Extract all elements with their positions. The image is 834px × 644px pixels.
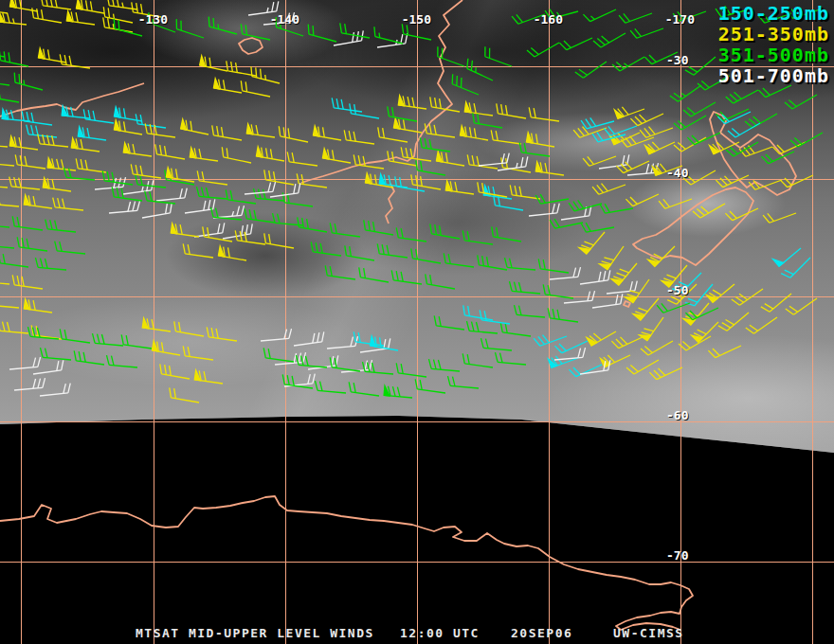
wind-barb-y (225, 61, 258, 76)
wind-barb-y (154, 144, 187, 159)
wind-barb-y (0, 175, 9, 188)
wind-barb-w (528, 204, 560, 216)
wind-barb-y (190, 148, 219, 161)
wind-barb-y (130, 164, 163, 178)
wind-barb-g (685, 49, 716, 77)
wind-barb-y (239, 80, 272, 97)
wind-barb-g (619, 5, 652, 25)
wind-barb-g (482, 46, 516, 66)
wind-barb-g (559, 29, 592, 51)
wind-barb-c (114, 107, 143, 121)
wind-barb-g (225, 189, 258, 204)
wind-barb-y (648, 240, 675, 266)
wind-barb-w (108, 201, 140, 213)
wind-barb-c (21, 111, 54, 125)
wind-barb-g (338, 23, 372, 38)
wind-barb-y (466, 154, 499, 169)
wind-barbs (0, 0, 823, 402)
wind-barb-y (11, 275, 45, 289)
wind-barb-y (194, 370, 224, 384)
wind-barb-g (263, 348, 296, 362)
wind-barb-g (449, 74, 482, 95)
wind-barb-g (447, 376, 480, 388)
wind-barb-g (0, 236, 15, 248)
wind-barb-y (220, 147, 253, 163)
wind-barb-y (611, 328, 644, 349)
wind-barb-y (313, 126, 342, 140)
wind-barb-y (256, 147, 285, 161)
wind-barb-g (462, 353, 495, 367)
wind-barb-y (708, 337, 741, 359)
wind-barb-y (182, 243, 215, 258)
grid-lines (0, 0, 834, 644)
wind-barb-y (9, 136, 39, 150)
wind-barb-g (495, 352, 527, 365)
wind-barb-c (26, 125, 58, 137)
wind-barb-w (332, 30, 365, 45)
wind-barb-c (534, 328, 567, 348)
wind-barb-y (495, 103, 528, 118)
caption-date: 20SEP06 (511, 626, 572, 640)
wind-barb-y (152, 341, 181, 355)
wind-barb-g (329, 357, 362, 371)
wind-barb-g (550, 213, 583, 229)
wind-barb-g (476, 255, 509, 270)
wind-barb-g (0, 87, 21, 102)
wind-barb-y (400, 147, 433, 161)
wind-barb-g (92, 333, 124, 346)
wind-barb-y (587, 323, 616, 346)
wind-barb-g (569, 194, 602, 211)
wind-barb-y (246, 124, 276, 137)
wind-barb-y (343, 130, 376, 144)
wind-barb-y (52, 198, 84, 210)
wind-barb-y (196, 170, 229, 185)
wind-barb-g (547, 308, 580, 322)
longitude-label: -130 (138, 13, 168, 26)
wind-barb-y (746, 310, 777, 335)
wind-barb-g (384, 385, 413, 398)
wind-barb-y (707, 277, 734, 302)
wind-barb-g (207, 17, 240, 34)
wind-barb-w (326, 336, 358, 349)
wind-barb-g (583, 1, 616, 23)
wind-barb-g (244, 208, 277, 223)
wind-barb-y (158, 364, 191, 379)
wind-barb-c (773, 241, 801, 266)
wind-barb-g (54, 242, 86, 254)
wind-barb-y (168, 387, 201, 402)
wind-barb-c (554, 332, 588, 354)
wind-barb-c (492, 195, 525, 210)
wind-barb-w (13, 378, 45, 390)
wind-barb-y (181, 119, 210, 134)
wind-barb-y (393, 118, 423, 133)
coastline-nz-south-island (633, 188, 753, 265)
wind-barb-g (343, 245, 376, 260)
coastline-small-island (239, 38, 263, 54)
wind-barb-g (239, 24, 272, 40)
wind-barb-y (0, 295, 20, 308)
wind-barb-y (206, 327, 239, 341)
wind-barb-g (480, 338, 513, 350)
wind-barb-y (630, 105, 663, 127)
wind-barb-g (11, 216, 45, 230)
wind-barb-y (659, 190, 692, 210)
wind-barb-y (763, 205, 796, 224)
caption-time: 12:00 UTC (400, 626, 480, 640)
legend-item-351-500: 351-500mb (718, 45, 829, 65)
wind-barb-y (322, 149, 352, 163)
wind-barb-w (140, 203, 173, 218)
wind-barb-y (679, 328, 711, 351)
wind-barb-g (462, 230, 495, 244)
pressure-level-legend: 150-250mb 251-350mb 351-500mb 501-700mb (718, 3, 829, 86)
wind-barb-y (106, 0, 139, 9)
wind-barb-g (348, 382, 381, 396)
coastline-stewart-island (624, 301, 630, 307)
wind-barb-g (315, 381, 347, 393)
wind-barb-y (490, 130, 523, 144)
wind-barb-y (142, 318, 172, 331)
legend-item-251-350: 251-350mb (718, 24, 829, 45)
wind-barb-g (433, 315, 466, 330)
wind-barb-g (581, 218, 614, 233)
wind-barb-c (82, 109, 116, 123)
wind-barb-g (419, 137, 452, 152)
